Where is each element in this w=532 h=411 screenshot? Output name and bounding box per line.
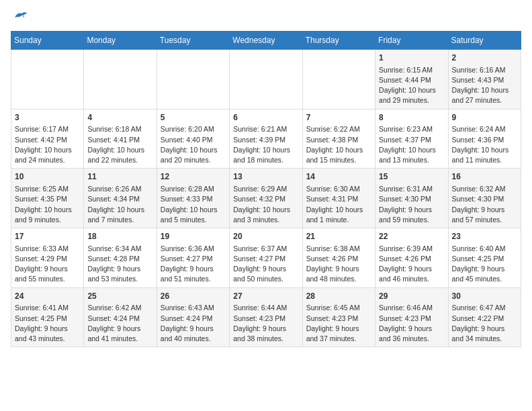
day-cell	[84, 50, 157, 109]
calendar-table: SundayMondayTuesdayWednesdayThursdayFrid…	[11, 31, 521, 347]
day-cell: 2Sunrise: 6:16 AMSunset: 4:43 PMDaylight…	[448, 50, 521, 109]
day-number: 18	[87, 231, 152, 242]
day-info: Sunrise: 6:20 AMSunset: 4:40 PMDaylight:…	[161, 124, 226, 165]
day-number: 13	[233, 171, 298, 183]
weekday-header-monday: Monday	[84, 32, 157, 50]
day-cell	[157, 50, 229, 109]
day-info: Sunrise: 6:34 AMSunset: 4:28 PMDaylight:…	[87, 244, 152, 285]
week-row-3: 10Sunrise: 6:25 AMSunset: 4:35 PMDayligh…	[11, 169, 521, 228]
day-cell: 20Sunrise: 6:37 AMSunset: 4:27 PMDayligh…	[230, 228, 302, 288]
day-number: 11	[87, 171, 152, 183]
day-info: Sunrise: 6:40 AMSunset: 4:25 PMDaylight:…	[452, 244, 517, 285]
day-info: Sunrise: 6:44 AMSunset: 4:23 PMDaylight:…	[233, 303, 298, 344]
weekday-header-sunday: Sunday	[11, 32, 84, 50]
day-info: Sunrise: 6:41 AMSunset: 4:25 PMDaylight:…	[15, 303, 80, 344]
day-info: Sunrise: 6:28 AMSunset: 4:33 PMDaylight:…	[161, 184, 226, 225]
day-number: 25	[87, 291, 152, 302]
day-number: 2	[452, 52, 517, 64]
day-cell: 3Sunrise: 6:17 AMSunset: 4:42 PMDaylight…	[11, 109, 84, 169]
day-cell: 7Sunrise: 6:22 AMSunset: 4:38 PMDaylight…	[302, 109, 375, 169]
day-number: 29	[379, 291, 444, 302]
day-number: 12	[161, 171, 226, 183]
day-info: Sunrise: 6:25 AMSunset: 4:35 PMDaylight:…	[15, 184, 80, 225]
day-info: Sunrise: 6:45 AMSunset: 4:23 PMDaylight:…	[306, 303, 371, 344]
day-number: 20	[233, 231, 298, 242]
day-cell: 29Sunrise: 6:46 AMSunset: 4:23 PMDayligh…	[375, 287, 448, 347]
day-info: Sunrise: 6:46 AMSunset: 4:23 PMDaylight:…	[379, 303, 444, 344]
day-info: Sunrise: 6:43 AMSunset: 4:24 PMDaylight:…	[161, 303, 226, 344]
day-info: Sunrise: 6:26 AMSunset: 4:34 PMDaylight:…	[87, 184, 152, 225]
week-row-1: 1Sunrise: 6:15 AMSunset: 4:44 PMDaylight…	[11, 50, 521, 109]
day-number: 26	[161, 291, 226, 302]
day-number: 24	[15, 291, 80, 302]
day-cell: 18Sunrise: 6:34 AMSunset: 4:28 PMDayligh…	[84, 228, 157, 288]
weekday-header-thursday: Thursday	[302, 32, 375, 50]
day-cell: 8Sunrise: 6:23 AMSunset: 4:37 PMDaylight…	[375, 109, 448, 169]
day-info: Sunrise: 6:24 AMSunset: 4:36 PMDaylight:…	[452, 124, 517, 165]
week-row-4: 17Sunrise: 6:33 AMSunset: 4:29 PMDayligh…	[11, 228, 521, 288]
day-info: Sunrise: 6:23 AMSunset: 4:37 PMDaylight:…	[379, 124, 444, 165]
week-row-5: 24Sunrise: 6:41 AMSunset: 4:25 PMDayligh…	[11, 287, 521, 347]
weekday-header-tuesday: Tuesday	[157, 32, 229, 50]
day-cell: 12Sunrise: 6:28 AMSunset: 4:33 PMDayligh…	[157, 169, 229, 228]
day-number: 19	[161, 231, 226, 242]
day-cell: 23Sunrise: 6:40 AMSunset: 4:25 PMDayligh…	[448, 228, 521, 288]
day-number: 23	[452, 231, 517, 242]
day-info: Sunrise: 6:17 AMSunset: 4:42 PMDaylight:…	[15, 124, 80, 165]
day-cell: 10Sunrise: 6:25 AMSunset: 4:35 PMDayligh…	[11, 169, 84, 228]
day-cell: 11Sunrise: 6:26 AMSunset: 4:34 PMDayligh…	[84, 169, 157, 228]
day-cell: 28Sunrise: 6:45 AMSunset: 4:23 PMDayligh…	[302, 287, 375, 347]
day-cell: 5Sunrise: 6:20 AMSunset: 4:40 PMDaylight…	[157, 109, 229, 169]
day-info: Sunrise: 6:47 AMSunset: 4:22 PMDaylight:…	[452, 303, 517, 344]
weekday-header-saturday: Saturday	[448, 32, 521, 50]
day-cell: 30Sunrise: 6:47 AMSunset: 4:22 PMDayligh…	[448, 287, 521, 347]
logo-bird-icon	[13, 11, 28, 23]
day-info: Sunrise: 6:18 AMSunset: 4:41 PMDaylight:…	[87, 124, 152, 165]
day-number: 8	[379, 112, 444, 124]
day-number: 5	[161, 112, 226, 124]
day-cell: 25Sunrise: 6:42 AMSunset: 4:24 PMDayligh…	[84, 287, 157, 347]
day-number: 10	[15, 171, 80, 183]
day-number: 4	[87, 112, 152, 124]
day-cell: 13Sunrise: 6:29 AMSunset: 4:32 PMDayligh…	[230, 169, 302, 228]
day-info: Sunrise: 6:21 AMSunset: 4:39 PMDaylight:…	[233, 124, 298, 165]
day-cell: 19Sunrise: 6:36 AMSunset: 4:27 PMDayligh…	[157, 228, 229, 288]
day-cell: 14Sunrise: 6:30 AMSunset: 4:31 PMDayligh…	[302, 169, 375, 228]
day-number: 21	[306, 231, 371, 242]
day-number: 17	[15, 231, 80, 242]
day-number: 15	[379, 171, 444, 183]
week-row-2: 3Sunrise: 6:17 AMSunset: 4:42 PMDaylight…	[11, 109, 521, 169]
day-cell	[302, 50, 375, 109]
day-cell	[11, 50, 84, 109]
logo	[11, 11, 28, 26]
day-info: Sunrise: 6:29 AMSunset: 4:32 PMDaylight:…	[233, 184, 298, 225]
day-cell: 21Sunrise: 6:38 AMSunset: 4:26 PMDayligh…	[302, 228, 375, 288]
day-cell: 4Sunrise: 6:18 AMSunset: 4:41 PMDaylight…	[84, 109, 157, 169]
day-number: 9	[452, 112, 517, 124]
page-header	[11, 11, 521, 26]
day-info: Sunrise: 6:33 AMSunset: 4:29 PMDaylight:…	[15, 244, 80, 285]
day-cell: 9Sunrise: 6:24 AMSunset: 4:36 PMDaylight…	[448, 109, 521, 169]
day-info: Sunrise: 6:31 AMSunset: 4:30 PMDaylight:…	[379, 184, 444, 225]
day-info: Sunrise: 6:42 AMSunset: 4:24 PMDaylight:…	[87, 303, 152, 344]
day-cell: 27Sunrise: 6:44 AMSunset: 4:23 PMDayligh…	[230, 287, 302, 347]
day-cell: 17Sunrise: 6:33 AMSunset: 4:29 PMDayligh…	[11, 228, 84, 288]
day-number: 1	[379, 52, 444, 64]
weekday-header-friday: Friday	[375, 32, 448, 50]
day-info: Sunrise: 6:37 AMSunset: 4:27 PMDaylight:…	[233, 244, 298, 285]
day-cell	[230, 50, 302, 109]
day-info: Sunrise: 6:15 AMSunset: 4:44 PMDaylight:…	[379, 65, 444, 106]
day-cell: 15Sunrise: 6:31 AMSunset: 4:30 PMDayligh…	[375, 169, 448, 228]
day-number: 22	[379, 231, 444, 242]
day-number: 7	[306, 112, 371, 124]
weekday-header-row: SundayMondayTuesdayWednesdayThursdayFrid…	[11, 32, 521, 50]
day-cell: 26Sunrise: 6:43 AMSunset: 4:24 PMDayligh…	[157, 287, 229, 347]
day-info: Sunrise: 6:32 AMSunset: 4:30 PMDaylight:…	[452, 184, 517, 225]
day-info: Sunrise: 6:38 AMSunset: 4:26 PMDaylight:…	[306, 244, 371, 285]
day-cell: 24Sunrise: 6:41 AMSunset: 4:25 PMDayligh…	[11, 287, 84, 347]
day-number: 27	[233, 291, 298, 302]
day-info: Sunrise: 6:39 AMSunset: 4:26 PMDaylight:…	[379, 244, 444, 285]
day-cell: 16Sunrise: 6:32 AMSunset: 4:30 PMDayligh…	[448, 169, 521, 228]
weekday-header-wednesday: Wednesday	[230, 32, 302, 50]
day-cell: 1Sunrise: 6:15 AMSunset: 4:44 PMDaylight…	[375, 50, 448, 109]
